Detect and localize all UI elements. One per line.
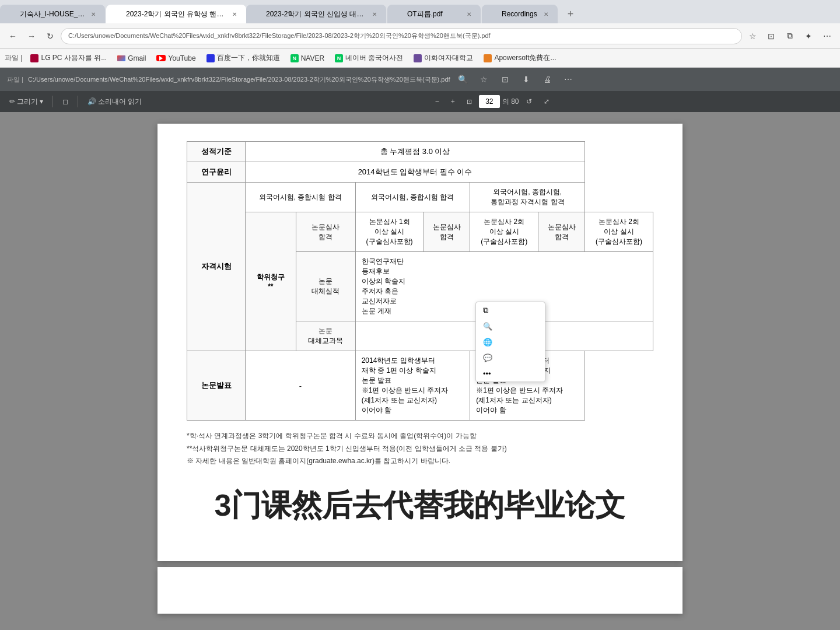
baidu-icon	[206, 54, 215, 62]
yeongu-value: 2014학년도 입학생부터 필수 이수	[246, 162, 585, 183]
tab-4[interactable]: OT피룹.pdf ✕	[387, 5, 481, 23]
read-aloud-btn[interactable]: 🔊 소리내어 읽기	[83, 94, 146, 109]
bookmark-naver[interactable]: N NAVER	[286, 53, 329, 64]
bookmark-youtube[interactable]: YouTube	[152, 53, 200, 64]
nonmunsimsa-label2: 논문심사합격	[424, 212, 470, 252]
browser-frame: 기숙사_I-HOUSE_국... ✕ 2023-2학기 외국인 유학생 핸드..…	[0, 0, 840, 112]
zoom-out-btn[interactable]: −	[430, 95, 444, 108]
nonmunsimsa-c2: 논문심사 2회이상 실시(구술심사포함)	[470, 212, 538, 252]
copy-icon: ⧉	[483, 306, 488, 315]
tab-5[interactable]: Recordings ✕	[482, 5, 558, 23]
pdf-path-label: 파일 |	[7, 75, 23, 84]
tab-5-title: Recordings	[502, 10, 539, 18]
ewha-label: 이화여자대학교	[424, 53, 473, 63]
fullscreen-btn[interactable]: ⤢	[539, 95, 554, 108]
tab-2-close[interactable]: ✕	[230, 9, 239, 19]
naver-label: NAVER	[301, 54, 324, 62]
page-number-input[interactable]	[479, 95, 500, 108]
zoom-in-btn[interactable]: +	[446, 95, 460, 108]
context-menu-more[interactable]: •••	[476, 366, 545, 382]
bookmark-lgpc[interactable]: LG PC 사용자를 위...	[26, 52, 111, 64]
pdf-page-inner: 성적기준 총 누계평점 3.0 이상 연구윤리 2014학년도 입학생부터 필수…	[158, 124, 682, 561]
screenshot-button[interactable]: ⧉	[782, 28, 798, 44]
yeongu-label: 연구윤리	[187, 162, 246, 183]
col-header-3: 외국어시험, 종합시험,통합과정 자격시험 합격	[470, 183, 585, 212]
footnote-2: **석사학위청구논문 대체제도는 2020학년도 1학기 신입생부터 적용(이전…	[187, 443, 653, 456]
pdf-print-btn[interactable]: 🖨	[539, 71, 555, 88]
erase-tool-btn[interactable]: ◻	[58, 95, 73, 108]
tab-5-close[interactable]: ✕	[541, 9, 551, 19]
reload-button[interactable]: ↻	[42, 28, 58, 44]
context-menu-translate[interactable]: 🌐	[476, 334, 545, 350]
collections-button[interactable]: ✦	[800, 28, 817, 44]
main-toolbar: ← → ↻ C:/Users/unowe/Documents/WeChat%20…	[0, 23, 840, 49]
tab-4-close[interactable]: ✕	[464, 9, 474, 19]
reader-mode-button[interactable]: ⊡	[763, 28, 779, 44]
tab-3-close[interactable]: ✕	[370, 9, 379, 19]
forward-button[interactable]: →	[23, 28, 40, 44]
translate-icon: 🌐	[483, 338, 492, 346]
tab-1-close[interactable]: ✕	[89, 9, 98, 19]
pdf-bookmark-btn[interactable]: ☆	[476, 71, 492, 88]
comment-icon: 💬	[483, 354, 492, 362]
graduation-requirements-table: 성적기준 총 누계평점 3.0 이상 연구윤리 2014학년도 입학생부터 필수…	[187, 141, 653, 421]
second-page-preview	[158, 567, 682, 614]
bookmark-ewha[interactable]: 이화여자대학교	[409, 52, 478, 64]
pdf-download-btn[interactable]: ⬇	[518, 71, 534, 88]
table-row-hakwi-header: 학위청구** 논문심사합격 논문심사 1회이상 실시(구술심사포함) 논문심사합…	[187, 212, 653, 252]
bookmark-apowersoft[interactable]: Apowersoft免費在...	[479, 52, 561, 64]
page-total: 의 80	[502, 97, 519, 107]
footnote-3: ※ 자세한 내용은 일반대학원 홈페이지(graduate.ewha.ac.kr…	[187, 455, 653, 468]
lgpc-icon	[30, 54, 38, 62]
pdf-view-btn[interactable]: ⊡	[497, 71, 513, 88]
ewha-icon	[414, 54, 422, 62]
apowersoft-icon	[484, 54, 492, 62]
bookmark-button[interactable]: ☆	[744, 28, 761, 44]
more-icon: •••	[483, 369, 491, 378]
lgpc-label: LG PC 사용자를 위...	[41, 53, 107, 63]
nonmunsimsa-label3: 논문심사합격	[538, 212, 585, 252]
bookmark-naver-dict[interactable]: N 네이버 중국어사전	[330, 52, 408, 64]
context-menu-copy[interactable]: ⧉	[476, 302, 545, 318]
tab-1[interactable]: 기숙사_I-HOUSE_국... ✕	[0, 5, 105, 23]
draw-label: 그리기	[17, 97, 38, 107]
col-header-2: 외국어시험, 종합시험 합격	[355, 183, 470, 212]
pdf-content-area: 성적기준 총 누계평점 3.0 이상 연구윤리 2014학년도 입학생부터 필수…	[0, 112, 840, 630]
naver-dict-label: 네이버 중국어사전	[345, 53, 403, 63]
pdf-more-btn[interactable]: ⋯	[560, 71, 576, 88]
nonmunsimsa-label: 논문심사합격	[296, 212, 355, 252]
tab-4-favicon	[394, 9, 404, 19]
daechesil-label: 논문대체실적	[296, 252, 355, 321]
address-text: C:/Users/unowe/Documents/WeChat%20Files/…	[68, 32, 491, 40]
new-tab-button[interactable]: +	[561, 5, 580, 23]
context-menu-comment[interactable]: 💬	[476, 350, 545, 366]
naver-icon: N	[290, 54, 299, 62]
bookmark-baidu[interactable]: 百度一下，你就知道	[202, 52, 285, 64]
pdf-toolbar: ✏ 그리기 ▾ ◻ 🔊 소리내어 읽기 − + ⊡ 의 80 ↺ ⤢	[0, 91, 840, 112]
tab-3-favicon	[253, 9, 262, 19]
context-menu-search[interactable]: 🔍	[476, 318, 545, 334]
address-bar[interactable]: C:/Users/unowe/Documents/WeChat%20Files/…	[61, 28, 742, 44]
seongjeok-label: 성적기준	[187, 142, 246, 162]
nonmunsimsa-c3: 논문심사 2회이상 실시(구술심사포함)	[585, 212, 653, 252]
rotate-btn[interactable]: ↺	[522, 95, 537, 108]
draw-chevron-icon: ▾	[40, 97, 43, 106]
pdf-search-btn[interactable]: 🔍	[455, 71, 471, 88]
bookmark-gmail[interactable]: Gmail	[113, 53, 150, 64]
gmail-label: Gmail	[128, 54, 146, 62]
jagyeok-label: 자격시험	[187, 183, 246, 351]
table-row-nonmunbalpyo: 논문발표 - 2014학년도 입학생부터재학 중 1편 이상 학술지논문 발표 …	[187, 351, 653, 421]
toolbar-sep-1	[52, 96, 53, 107]
nonmunsimsa-c1: 논문심사 1회이상 실시(구술심사포함)	[355, 212, 424, 252]
daechegwamok-label: 논문대체교과목	[296, 321, 355, 351]
tab-2[interactable]: 2023-2학기 외국인 유학생 핸드... ✕	[106, 5, 246, 23]
toolbar-sep-2	[78, 96, 78, 107]
tab-3[interactable]: 2023-2학기 외국인 신입생 대학 ... ✕	[246, 5, 386, 23]
tab-bar: 기숙사_I-HOUSE_국... ✕ 2023-2학기 외국인 유학생 핸드..…	[0, 0, 840, 23]
pdf-nav: − + ⊡ 의 80 ↺ ⤢	[430, 95, 554, 108]
draw-tool-btn[interactable]: ✏ 그리기 ▾	[5, 94, 48, 109]
fit-page-btn[interactable]: ⊡	[462, 96, 477, 108]
back-button[interactable]: ←	[5, 28, 21, 44]
menu-button[interactable]: ⋯	[819, 28, 835, 44]
youtube-icon	[156, 55, 166, 61]
